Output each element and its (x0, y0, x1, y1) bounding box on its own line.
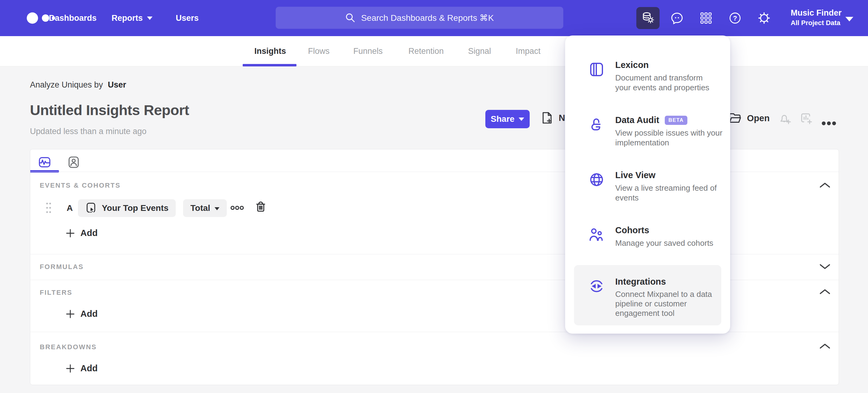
data-management-button[interactable] (636, 7, 659, 29)
nav-item-dashboards[interactable]: Dashboards (49, 0, 97, 36)
pulse-chart-icon (38, 156, 51, 169)
grid-icon (700, 11, 712, 25)
lexicon-book-icon (589, 62, 604, 77)
open-report-button[interactable]: Open (728, 111, 770, 125)
tab-insights[interactable]: Insights (254, 36, 286, 66)
tab-funnels[interactable]: Funnels (353, 36, 383, 66)
menu-item-desc: View a live streaming feed of events (615, 183, 732, 203)
top-nav: Dashboards Reports Users Search Dashboar… (0, 0, 868, 36)
add-event-button[interactable]: Add (66, 228, 97, 238)
apps-grid-button[interactable] (699, 11, 713, 25)
search-icon (345, 12, 355, 23)
tab-impact[interactable]: Impact (516, 36, 540, 66)
profiles-view-tab[interactable] (67, 156, 81, 169)
series-options-button[interactable] (230, 206, 244, 210)
active-tab-underline (243, 64, 297, 66)
plus-icon (66, 364, 75, 373)
event-picker-icon (85, 202, 97, 214)
search-placeholder: Search Dashboards & Reports ⌘K (361, 13, 494, 23)
ellipsis-icon (822, 121, 836, 125)
analyze-label: Analyze Uniques by (30, 80, 103, 90)
tab-flows[interactable]: Flows (308, 36, 330, 66)
plus-icon (66, 309, 75, 319)
project-scope: All Project Data (791, 18, 842, 28)
document-plus-icon (540, 111, 554, 124)
breakdowns-section-label: BREAKDOWNS (40, 343, 97, 351)
analyze-line: Analyze Uniques by User (30, 80, 126, 90)
chevron-down-icon (147, 17, 153, 20)
chart-plus-icon (800, 112, 813, 125)
drag-handle-icon[interactable] (46, 202, 51, 214)
settings-button[interactable] (757, 11, 771, 25)
menu-item-desc: Document and transform your events and p… (615, 73, 732, 92)
project-selector[interactable]: Music Finder All Project Data (791, 7, 842, 28)
menu-item-title: Live View (615, 170, 656, 180)
more-options-button[interactable] (822, 117, 836, 130)
globe-icon (589, 172, 604, 187)
nav-item-users[interactable]: Users (176, 0, 199, 36)
integrations-sync-icon (589, 279, 604, 294)
events-view-tab[interactable] (38, 156, 51, 169)
tab-signal[interactable]: Signal (468, 36, 491, 66)
event-selector[interactable]: Your Top Events (78, 199, 176, 217)
add-label: Add (81, 363, 97, 373)
mixpanel-app: Dashboards Reports Users Search Dashboar… (0, 0, 868, 393)
create-alert-button[interactable] (778, 112, 792, 125)
add-label: Add (81, 309, 97, 319)
feedback-button[interactable] (670, 11, 684, 25)
data-management-menu: Lexicon Document and transform your even… (565, 35, 730, 334)
collapse-events-chevron-up-icon[interactable] (819, 182, 830, 188)
share-button[interactable]: Share (485, 110, 530, 128)
menu-item-desc: View possible issues with your implement… (615, 128, 732, 147)
metric-selector[interactable]: Total (183, 199, 227, 217)
gear-icon (757, 11, 771, 25)
nav-item-reports[interactable]: Reports (112, 0, 153, 36)
metric-label: Total (190, 203, 210, 213)
chevron-down-icon (215, 207, 219, 210)
tab-label: Insights (254, 47, 286, 56)
ellipsis-icon (230, 206, 244, 210)
tab-retention[interactable]: Retention (408, 36, 444, 66)
expand-formulas-chevron-down-icon[interactable] (819, 263, 830, 270)
menu-item-title: Cohorts (615, 225, 649, 235)
nav-item-label: Reports (112, 13, 143, 23)
event-name: Your Top Events (102, 203, 168, 213)
report-tabs-bar: Insights Flows Funnels Retention Signal … (0, 36, 868, 66)
add-filter-button[interactable]: Add (66, 309, 97, 319)
menu-item-desc: Connect Mixpanel to a data pipeline or c… (615, 289, 732, 318)
chevron-down-icon[interactable] (845, 17, 853, 22)
nav-item-label: Dashboards (49, 13, 97, 23)
search-input[interactable]: Search Dashboards & Reports ⌘K (276, 7, 563, 29)
tab-label: Flows (308, 47, 330, 56)
add-to-dashboard-button[interactable] (800, 112, 813, 125)
updated-timestamp: Updated less than a minute ago (30, 127, 146, 136)
events-cohorts-section-label: EVENTS & COHORTS (40, 181, 121, 190)
menu-item-title: Data Audit (615, 115, 659, 125)
open-label: Open (747, 113, 770, 123)
beta-badge: BETA (665, 116, 687, 125)
active-view-underline (30, 170, 59, 173)
filters-section-label: FILTERS (40, 289, 72, 297)
report-title[interactable]: Untitled Insights Report (30, 102, 189, 118)
add-label: Add (81, 228, 97, 238)
trash-icon (255, 201, 267, 213)
delete-series-button[interactable] (255, 201, 267, 213)
data-audit-lock-icon (589, 117, 604, 132)
analyze-entity-selector[interactable]: User (108, 80, 126, 90)
menu-item-title: Integrations (615, 277, 666, 287)
add-breakdown-button[interactable]: Add (66, 363, 97, 373)
bell-plus-icon (778, 112, 792, 125)
chat-bubble-icon (670, 11, 684, 25)
share-label: Share (491, 114, 515, 124)
tab-label: Funnels (353, 47, 383, 56)
cohorts-people-icon (589, 227, 604, 243)
tab-label: Impact (516, 47, 540, 56)
question-mark-icon: ? (728, 11, 742, 25)
formulas-section-label: FORMULAS (40, 263, 84, 271)
collapse-breakdowns-chevron-up-icon[interactable] (819, 343, 830, 349)
collapse-filters-chevron-up-icon[interactable] (819, 289, 830, 295)
series-letter: A (67, 203, 73, 213)
tab-label: Signal (468, 47, 491, 56)
project-name: Music Finder (791, 7, 842, 18)
help-button[interactable]: ? (728, 11, 742, 25)
